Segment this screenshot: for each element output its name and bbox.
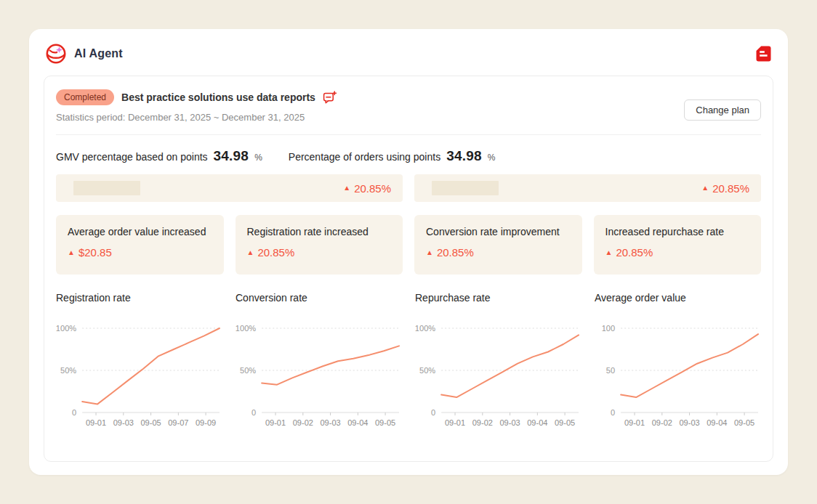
- up-arrow-icon: ▲: [701, 184, 709, 192]
- stat-card-change-value: 20.85%: [437, 246, 474, 259]
- svg-text:09-05: 09-05: [140, 418, 161, 427]
- report-document-icon[interactable]: [755, 45, 772, 63]
- svg-text:09-01: 09-01: [624, 418, 645, 427]
- svg-text:50%: 50%: [419, 366, 435, 375]
- svg-text:09-02: 09-02: [293, 418, 313, 427]
- charts-row: Registration rate 100%50%009-0109-0309-0…: [56, 292, 761, 439]
- svg-text:100%: 100%: [56, 324, 76, 333]
- trend-change-value: 20.85%: [354, 182, 391, 195]
- app-title: AI Agent: [74, 47, 123, 60]
- svg-text:09-05: 09-05: [555, 418, 575, 427]
- stat-card-label: Conversion rate improvement: [426, 226, 571, 237]
- line-chart: 10050009-0109-0209-0309-0409-05: [595, 311, 761, 439]
- svg-text:09-04: 09-04: [707, 418, 727, 427]
- metric-label: Percentage of orders using points: [289, 151, 440, 163]
- svg-text:09-04: 09-04: [527, 418, 547, 427]
- metric-unit: %: [488, 153, 496, 163]
- stat-card-average-order-value: Average order value increased ▲ $20.85: [56, 215, 224, 275]
- svg-text:50: 50: [606, 366, 615, 375]
- svg-text:09-05: 09-05: [734, 418, 754, 427]
- svg-text:09-01: 09-01: [86, 418, 106, 427]
- ai-agent-logo-icon: [45, 43, 67, 65]
- stat-card-change-value: 20.85%: [616, 246, 653, 259]
- up-arrow-icon: ▲: [426, 249, 433, 256]
- svg-text:50%: 50%: [240, 366, 256, 375]
- svg-text:0: 0: [251, 408, 256, 417]
- app-header-left: AI Agent: [45, 43, 123, 65]
- svg-text:09-01: 09-01: [445, 418, 465, 427]
- trend-bar-gmv: ▲ 20.85%: [56, 174, 403, 202]
- stat-card-label: Registration rate increased: [247, 226, 392, 237]
- metric-value: 34.98: [214, 148, 249, 164]
- metrics-row: GMV percentage based on points 34.98 % P…: [56, 148, 761, 164]
- trend-bar-orders: ▲ 20.85%: [414, 174, 761, 202]
- svg-text:0: 0: [431, 408, 435, 417]
- trend-change: ▲ 20.85%: [701, 182, 749, 195]
- metric-gmv-points: GMV percentage based on points 34.98 %: [56, 148, 262, 164]
- svg-text:09-05: 09-05: [375, 418, 395, 427]
- svg-text:100%: 100%: [236, 324, 256, 333]
- up-arrow-icon: ▲: [68, 249, 75, 256]
- report-title-row: Completed Best practice solutions use da…: [56, 89, 337, 105]
- section-divider: [56, 134, 761, 135]
- svg-text:09-03: 09-03: [320, 418, 340, 427]
- svg-text:09-03: 09-03: [499, 418, 520, 427]
- skeleton-placeholder: [73, 181, 140, 195]
- svg-text:09-04: 09-04: [347, 418, 368, 427]
- svg-text:0: 0: [72, 408, 76, 417]
- svg-text:09-07: 09-07: [168, 418, 188, 427]
- svg-text:09-02: 09-02: [652, 418, 672, 427]
- skeleton-placeholder: [432, 181, 499, 195]
- svg-text:100%: 100%: [415, 324, 435, 333]
- line-chart: 100%50%009-0109-0209-0309-0409-05: [415, 311, 581, 439]
- trend-change: ▲ 20.85%: [343, 182, 391, 195]
- app-header: AI Agent: [44, 39, 773, 68]
- metric-label: GMV percentage based on points: [56, 151, 208, 163]
- svg-text:100: 100: [602, 324, 615, 333]
- svg-text:0: 0: [611, 408, 615, 417]
- svg-text:09-03: 09-03: [113, 418, 134, 427]
- stat-cards-row: Average order value increased ▲ $20.85 R…: [56, 215, 761, 275]
- line-chart: 100%50%009-0109-0309-0509-0709-09: [56, 311, 222, 439]
- chart-registration-rate: Registration rate 100%50%009-0109-0309-0…: [56, 292, 222, 439]
- chart-conversion-rate: Conversion rate 100%50%009-0109-0209-030…: [236, 292, 402, 439]
- line-chart: 100%50%009-0109-0209-0309-0409-05: [236, 311, 402, 439]
- status-badge: Completed: [56, 89, 114, 105]
- stat-card-label: Average order value increased: [68, 226, 212, 237]
- svg-text:09-02: 09-02: [472, 418, 493, 427]
- stat-card-change: ▲ 20.85%: [426, 246, 571, 259]
- chart-title: Conversion rate: [236, 292, 402, 304]
- stat-card-change: ▲ $20.85: [68, 246, 212, 259]
- svg-text:09-01: 09-01: [265, 418, 286, 427]
- metric-value: 34.98: [446, 148, 482, 164]
- chart-repurchase-rate: Repurchase rate 100%50%009-0109-0209-030…: [415, 292, 581, 439]
- statistics-period: Statistics period: December 31, 2025 ~ D…: [56, 112, 337, 123]
- stat-card-label: Increased repurchase rate: [605, 226, 750, 237]
- stat-card-change: ▲ 20.85%: [247, 246, 392, 259]
- chart-title: Repurchase rate: [415, 292, 581, 304]
- report-header-left: Completed Best practice solutions use da…: [56, 89, 337, 123]
- page-background: { "app": { "title": "AI Agent" }, "glyph…: [0, 0, 817, 504]
- svg-text:09-03: 09-03: [679, 418, 699, 427]
- stat-card-repurchase-rate: Increased repurchase rate ▲ 20.85%: [594, 215, 762, 275]
- stat-card-change-value: 20.85%: [257, 246, 294, 259]
- stat-card-change: ▲ 20.85%: [605, 246, 750, 259]
- add-report-comment-icon[interactable]: [323, 91, 337, 105]
- report-card: Completed Best practice solutions use da…: [44, 76, 773, 462]
- main-card: AI Agent Completed Best practice solutio…: [29, 29, 788, 475]
- trend-change-value: 20.85%: [712, 182, 749, 195]
- metric-unit: %: [254, 153, 262, 163]
- stat-card-change-value: $20.85: [79, 246, 112, 259]
- up-arrow-icon: ▲: [343, 184, 350, 192]
- change-plan-button[interactable]: Change plan: [684, 99, 761, 121]
- chart-title: Registration rate: [56, 292, 222, 304]
- svg-text:09-09: 09-09: [196, 418, 216, 427]
- up-arrow-icon: ▲: [247, 249, 254, 256]
- trend-bars-row: ▲ 20.85% ▲ 20.85%: [56, 174, 761, 202]
- report-title: Best practice solutions use data reports: [121, 92, 315, 103]
- chart-title: Average order value: [595, 292, 761, 304]
- metric-orders-points: Percentage of orders using points 34.98 …: [289, 148, 496, 164]
- stat-card-conversion-rate: Conversion rate improvement ▲ 20.85%: [414, 215, 582, 275]
- up-arrow-icon: ▲: [605, 249, 613, 256]
- svg-text:50%: 50%: [60, 366, 76, 375]
